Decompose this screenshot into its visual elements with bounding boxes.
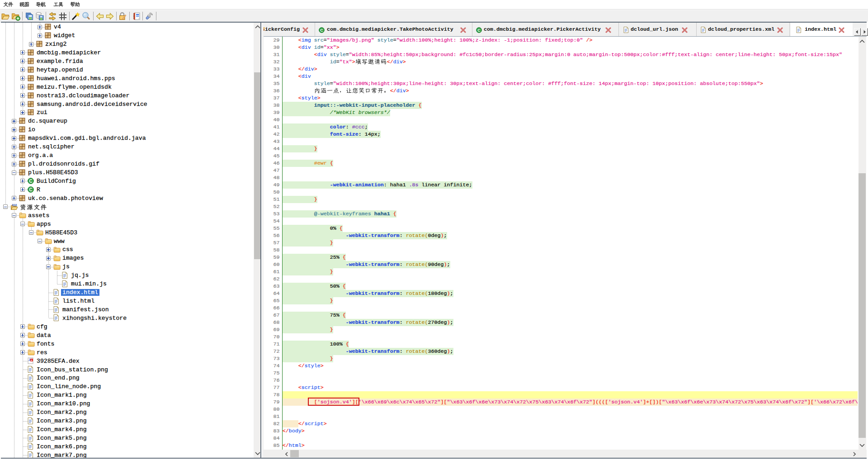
svg-text:J: J	[28, 358, 30, 361]
svg-text:C: C	[320, 28, 323, 32]
svg-text:C: C	[29, 187, 32, 192]
svg-text:010: 010	[12, 204, 17, 207]
svg-text:C: C	[477, 28, 481, 32]
svg-text:C: C	[29, 178, 32, 183]
